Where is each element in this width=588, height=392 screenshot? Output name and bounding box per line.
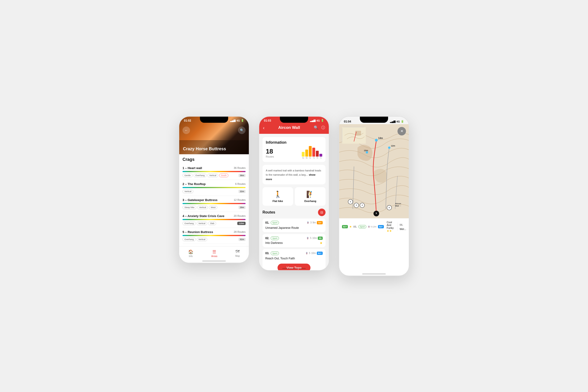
route-star-2: ★ [320, 241, 323, 245]
rope-5: 🪢 [368, 226, 370, 228]
info-icon-2[interactable]: ⓘ [321, 125, 325, 130]
crag-tags-3: Steep hike Vertical West 29m [182, 206, 246, 209]
routes-section: Routes ⊟ 01. Sport 🪢 3 9m 7a+ [262, 208, 326, 270]
nav-areas[interactable]: ☰ Areas [211, 249, 217, 258]
crag-header-4: 4 – Anxiety State Crisis Cave 20 Routes [182, 214, 246, 218]
crag-item-1[interactable]: 1 – Heart wall 36 Routes Gentle Overhang… [182, 164, 246, 180]
topo-route-name-5-wrap: Cool And Funky ★★ [387, 221, 394, 232]
route-item-3[interactable]: 03. Sport 🪢 5 10m 6c+ Reach Out, Touch F… [262, 249, 326, 270]
grade-bar-2 [182, 187, 246, 188]
route-item-1[interactable]: 01. Sport 🪢 3 9m 7a+ Unnamed Japanese Ro… [262, 218, 326, 232]
view-topo-button[interactable]: View Topo [278, 264, 310, 270]
overhang-label: Overhang [304, 200, 316, 202]
topo-stars-5: ★★ [387, 229, 394, 232]
height-badge-3: 29m [238, 206, 246, 209]
topo-map: ✕ [339, 124, 409, 218]
home-indicator-3 [362, 274, 386, 274]
crag-name-2: 2 – The Rooftop [182, 182, 206, 186]
route-name-3: Reach Out, Touch Faith [265, 257, 295, 260]
phone-notch [200, 117, 228, 123]
flat-hike-label: Flat hike [272, 200, 283, 202]
aircon-back-button[interactable]: ‹ [263, 125, 264, 130]
phone-aircon-wall: 01:03 ▂▄▆ 4G 🔋 ‹ Aircon Wall 🔍 ⓘ Informa… [259, 116, 329, 271]
flat-hike-icon: 🚶 [274, 190, 282, 198]
description-section: A well marked trail with a bamboo handra… [262, 165, 326, 184]
topo-next-name: Wel... [400, 228, 406, 230]
grade-badge-1: 7a+ [317, 221, 323, 224]
crag-tags-5: Overhang Vertical 52m [182, 238, 246, 241]
info-section-title: Information [266, 140, 322, 144]
back-button[interactable]: ← [182, 126, 190, 134]
topo-star-1: ★ [349, 225, 352, 228]
crag-routes-1: 36 Routes [234, 166, 246, 169]
topo-route-6[interactable]: 06. Wel... [398, 222, 406, 231]
signal-icon-1: ▂▄▆ [230, 119, 236, 122]
tag-vertical: Vertical [208, 174, 218, 177]
marker-text-2: 2 [350, 200, 351, 203]
crag-routes-5: 28 Routes [234, 230, 246, 233]
routes-stat: 18 Routes [266, 148, 274, 158]
topo-route-5[interactable]: 6c+ ★ 05. Sport 🪢 5 12m 6a+ [342, 225, 384, 228]
home-indicator-1 [202, 260, 226, 262]
bar-seg-6a [302, 152, 304, 156]
search-icon-2[interactable]: 🔍 [314, 125, 318, 130]
nav-map[interactable]: 🗺 Map [235, 249, 240, 257]
route-item-2[interactable]: 02. Sport 🪢 5 10m 6b Into Darkness ★ [262, 234, 326, 247]
grade-bar-5 [182, 235, 246, 236]
topo-num-6: 06. [400, 224, 403, 226]
grade-bar-4 [182, 219, 246, 220]
marker-text-5: 5 [376, 212, 377, 214]
feature-flat-hike: 🚶 Flat hike [262, 187, 293, 206]
crag-name-1: 1 – Heart wall [182, 166, 202, 170]
nav-info[interactable]: 🏠 Info [188, 249, 193, 258]
status-icons-2: ▂▄▆ 4G 🔋 [310, 119, 324, 122]
home-indicator-2 [282, 268, 306, 269]
time-3: 01:04 [344, 120, 351, 123]
topo-bottom: 6c+ ★ 05. Sport 🪢 5 12m 6a+ Cool And Fun… [339, 218, 409, 235]
tag-south: South [219, 174, 228, 177]
bar-7a: 7a [312, 148, 315, 159]
crag-item-3[interactable]: 3 – Gatekeeper Buttress 12 Routes Steep … [182, 196, 246, 212]
nav-info-label: Info [189, 255, 193, 258]
crag-header-5: 5 – Reunion Buttress 28 Routes [182, 230, 246, 234]
tag-gentle: Gentle [182, 174, 193, 177]
topo-route-name-5: Cool And Funky [387, 221, 394, 229]
grade-chart: 6a 6b 6c 7a [302, 147, 322, 159]
battery-3: 🔋 [401, 120, 404, 123]
ropes-1: 3 [310, 221, 312, 224]
route-stats-1: 🪢 3 9m 7a+ [306, 221, 323, 224]
length-1: 9m [312, 221, 316, 224]
phone-notch-2 [280, 117, 308, 123]
tag-steephike: Steep hike [182, 206, 196, 209]
filter-button[interactable]: ⊟ [318, 208, 326, 216]
crag-item-5[interactable]: 5 – Reunion Buttress 28 Routes Overhang … [182, 228, 246, 244]
tag-vertical-2: Vertical [182, 190, 193, 193]
search-button[interactable]: 🔍 [238, 126, 246, 134]
battery-2: 🔋 [321, 119, 324, 122]
dist-14m: 14m [378, 137, 383, 140]
rope-icon-1: 🪢 [306, 221, 309, 224]
aircon-wall-label2: Wall → [395, 205, 401, 207]
aircon-wall-header: ‹ Aircon Wall 🔍 ⓘ [259, 123, 329, 134]
information-section: Information 18 Routes 6a 6 [262, 137, 326, 162]
home-icon: 🏠 [188, 249, 193, 254]
nav-areas-label: Areas [211, 255, 217, 258]
crag-header-3: 3 – Gatekeeper Buttress 12 Routes [182, 198, 246, 202]
length-3: 10m [311, 252, 316, 254]
feature-overhang: 🧗 Overhang [295, 187, 326, 206]
close-button[interactable]: ✕ [398, 127, 406, 136]
crag-item-4[interactable]: 4 – Anxiety State Crisis Cave 20 Routes … [182, 212, 246, 228]
crag-header-1: 1 – Heart wall 36 Routes [182, 166, 246, 170]
crag-item-2[interactable]: 2 – The Rooftop 6 Routes Vertical 22m [182, 180, 246, 196]
nav-map-label: Map [235, 255, 240, 257]
route-top-1: 01. Sport 🪢 3 9m 7a+ [265, 221, 323, 224]
topo-sport-5: Sport [358, 225, 366, 228]
route-stats-2: 🪢 5 10m 6b [306, 236, 323, 240]
grade-badge-3: 6c+ [317, 252, 323, 255]
bar-6b: 6b [305, 150, 308, 159]
tag-overhang-4: Overhang [182, 222, 196, 225]
time-2: 01:03 [264, 119, 271, 122]
dist-10m: 10m [364, 149, 368, 152]
bar-seg-6b [305, 150, 308, 156]
info-stats: 18 Routes 6a 6b [266, 147, 322, 159]
